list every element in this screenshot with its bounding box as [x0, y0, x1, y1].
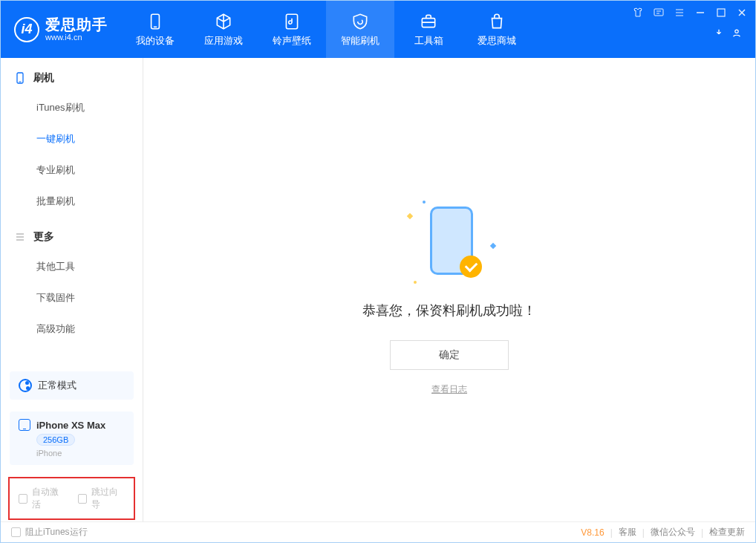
flash-options-highlight: 自动激活 跳过向导 — [8, 477, 135, 520]
svg-rect-1 — [154, 26, 157, 27]
skip-guide-checkbox[interactable]: 跳过向导 — [78, 486, 126, 511]
check-icon — [460, 256, 482, 278]
sidebar-item-oneclick-flash[interactable]: 一键刷机 — [1, 123, 143, 155]
svg-rect-5 — [717, 9, 725, 16]
main-content: 恭喜您，保资料刷机成功啦！ 确定 查看日志 — [143, 58, 755, 521]
nav-store[interactable]: 爱思商城 — [463, 1, 531, 58]
sidebar-section-flash: 刷机 — [1, 58, 143, 92]
bag-icon — [487, 12, 506, 31]
feedback-icon[interactable] — [653, 7, 665, 19]
cube-icon — [214, 12, 233, 31]
device-type: iPhone — [19, 449, 62, 458]
sidebar-section-more: 更多 — [1, 217, 143, 251]
svg-rect-4 — [654, 9, 663, 16]
app-name: 爱思助手 — [45, 16, 108, 33]
device-card[interactable]: iPhone XS Max 256GB iPhone — [10, 412, 134, 465]
status-bar: 阻止iTunes运行 V8.16 | 客服 | 微信公众号 | 检查更新 — [1, 521, 755, 542]
sidebar-item-download-firmware[interactable]: 下载固件 — [1, 282, 143, 313]
block-itunes-checkbox[interactable]: 阻止iTunes运行 — [11, 526, 88, 539]
main-nav: 我的设备 应用游戏 铃声壁纸 智能刷机 工具箱 爱思商城 — [121, 1, 531, 58]
view-log-link[interactable]: 查看日志 — [431, 383, 467, 396]
toolbox-icon — [419, 12, 438, 31]
app-site: www.i4.cn — [45, 33, 108, 42]
mode-icon — [19, 379, 32, 392]
nav-smart-flash[interactable]: 智能刷机 — [326, 1, 394, 58]
version-label: V8.16 — [581, 527, 604, 538]
app-logo: i4 爱思助手 www.i4.cn — [1, 1, 121, 58]
success-message: 恭喜您，保资料刷机成功啦！ — [362, 302, 536, 319]
auto-activate-checkbox[interactable]: 自动激活 — [19, 486, 66, 511]
sidebar-item-itunes-flash[interactable]: iTunes刷机 — [1, 92, 143, 123]
minimize-button[interactable] — [694, 7, 706, 19]
svg-rect-8 — [19, 82, 22, 82]
nav-toolbox[interactable]: 工具箱 — [394, 1, 463, 58]
device-icon — [146, 12, 165, 31]
ok-button[interactable]: 确定 — [390, 340, 509, 370]
svg-point-6 — [735, 30, 738, 33]
app-header: i4 爱思助手 www.i4.cn 我的设备 应用游戏 铃声壁纸 智能刷机 工具… — [1, 1, 755, 58]
sidebar: 刷机 iTunes刷机 一键刷机 专业刷机 批量刷机 更多 其他工具 下载固件 … — [1, 58, 143, 521]
phone-icon — [14, 72, 26, 84]
footer-link-update[interactable]: 检查更新 — [709, 526, 745, 539]
shield-refresh-icon — [351, 12, 370, 31]
sidebar-item-batch-flash[interactable]: 批量刷机 — [1, 186, 143, 217]
mode-label: 正常模式 — [38, 379, 76, 392]
nav-apps-games[interactable]: 应用游戏 — [189, 1, 258, 58]
sidebar-item-pro-flash[interactable]: 专业刷机 — [1, 155, 143, 186]
downloads-button[interactable] — [714, 27, 724, 41]
success-illustration — [420, 207, 479, 281]
maximize-button[interactable] — [715, 7, 727, 19]
footer-link-wechat[interactable]: 微信公众号 — [651, 526, 695, 539]
logo-icon: i4 — [14, 17, 39, 42]
shirt-icon[interactable] — [632, 7, 644, 19]
sidebar-item-other-tools[interactable]: 其他工具 — [1, 251, 143, 282]
storage-badge: 256GB — [36, 434, 75, 446]
account-button[interactable] — [731, 27, 742, 41]
list-icon — [14, 231, 26, 243]
device-phone-icon — [19, 419, 30, 431]
music-file-icon — [282, 12, 302, 31]
mode-card[interactable]: 正常模式 — [10, 371, 134, 400]
footer-link-support[interactable]: 客服 — [619, 526, 636, 539]
nav-my-device[interactable]: 我的设备 — [121, 1, 189, 58]
nav-ringtones[interactable]: 铃声壁纸 — [258, 1, 326, 58]
sidebar-item-advanced[interactable]: 高级功能 — [1, 313, 143, 345]
close-button[interactable] — [736, 7, 748, 19]
menu-icon[interactable] — [674, 7, 685, 19]
device-name: iPhone XS Max — [36, 420, 105, 431]
